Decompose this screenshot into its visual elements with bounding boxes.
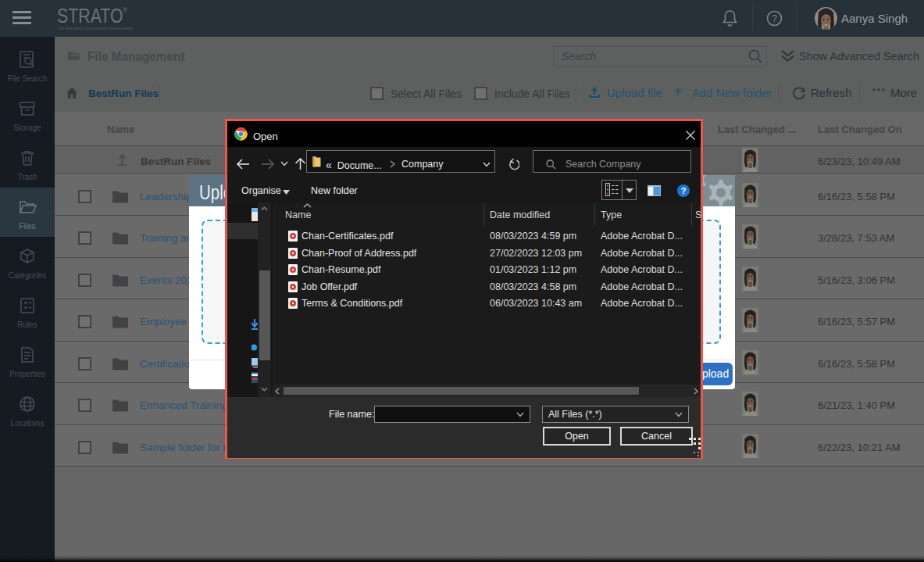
svg-text:?: ? (681, 186, 687, 195)
svg-text:?: ? (772, 13, 777, 24)
